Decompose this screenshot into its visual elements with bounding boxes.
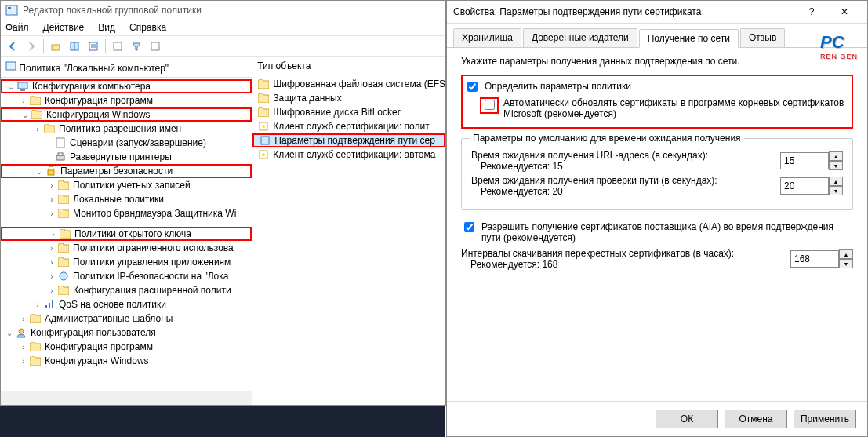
node-printers[interactable]: Развернутые принтеры (1, 150, 252, 164)
menu-view[interactable]: Вид (98, 22, 115, 33)
toolbar-properties[interactable] (85, 38, 102, 55)
node-windows-config[interactable]: ⌄ Конфигурация Windows (1, 107, 252, 122)
cross-interval-input[interactable] (790, 250, 839, 268)
list-item[interactable]: Шифрование диска BitLocker (252, 105, 445, 119)
expander-icon[interactable]: › (18, 343, 29, 351)
tab-revocation[interactable]: Отзыв (740, 28, 785, 47)
expander-icon[interactable]: › (46, 286, 57, 295)
allow-aia-checkbox-row[interactable]: Разрешить получение сертификатов поставщ… (461, 221, 853, 243)
expander-icon[interactable]: › (46, 258, 57, 267)
description-text: Укажите параметры получения данных подтв… (461, 56, 853, 67)
spin-up-icon[interactable]: ▲ (829, 151, 843, 161)
expander-icon[interactable]: ⌄ (20, 111, 31, 119)
tab-stores[interactable]: Хранилища (453, 28, 521, 47)
node-admin-templates[interactable]: › Административные шаблоны (1, 311, 252, 326)
node-label: Конфигурация пользователя (31, 327, 156, 338)
path-timeout-input[interactable] (780, 177, 829, 195)
node-scripts[interactable]: Сценарии (запуск/завершение) (1, 136, 252, 150)
menu-action[interactable]: Действие (43, 22, 85, 33)
toolbar-forward[interactable] (23, 38, 40, 55)
node-account-policies[interactable]: › Политики учетных записей (1, 178, 252, 192)
expander-icon[interactable]: › (46, 181, 57, 190)
ok-button[interactable]: ОК (656, 410, 718, 428)
folder-icon (31, 108, 43, 121)
spin-down-icon[interactable]: ▼ (829, 186, 843, 195)
expander-icon[interactable]: ⌄ (4, 329, 15, 337)
svg-rect-0 (6, 5, 17, 15)
spin-up-icon[interactable]: ▲ (829, 177, 843, 186)
folder-icon (43, 122, 56, 135)
toolbar-refresh[interactable] (109, 38, 126, 55)
node-label: Административные шаблоны (45, 313, 173, 324)
define-policy-checkbox-row[interactable]: Определить параметры политики (464, 81, 850, 94)
horizontal-scrollbar[interactable] (1, 391, 252, 405)
tab-network[interactable]: Получение по сети (639, 29, 739, 48)
expander-icon[interactable]: › (46, 272, 57, 281)
apply-button[interactable]: Применить (794, 410, 856, 428)
node-label: Политики открытого ключа (74, 228, 191, 239)
spin-down-icon[interactable]: ▼ (829, 161, 843, 170)
expander-icon[interactable]: › (46, 209, 57, 218)
node-user-config[interactable]: ⌄ Конфигурация пользователя (1, 326, 252, 340)
spin-down-icon[interactable]: ▼ (839, 259, 853, 268)
expander-icon[interactable]: › (32, 125, 43, 133)
node-local-policies[interactable]: › Локальные политики (1, 192, 252, 206)
list-item[interactable]: Клиент служб сертификации: автома (252, 147, 445, 162)
expander-icon[interactable]: › (48, 230, 59, 239)
node-label: Конфигурация компьютера (32, 81, 151, 92)
url-timeout-input[interactable] (780, 152, 829, 169)
list-column-header[interactable]: Тип объекта (252, 57, 445, 75)
tree[interactable]: ⌄ Конфигурация компьютера › Конфигурация… (1, 78, 252, 391)
node-label: Конфигурация программ (45, 95, 153, 106)
list-item[interactable]: Защита данных (252, 91, 445, 105)
toolbar-up[interactable] (47, 38, 64, 55)
expander-icon[interactable]: › (18, 97, 29, 105)
menu-file[interactable]: Файл (5, 22, 29, 33)
node-label: Политики ограниченного использова (73, 242, 234, 253)
node-qos[interactable]: › QoS на основе политики (1, 297, 252, 311)
expander-icon[interactable]: › (32, 300, 43, 309)
allow-aia-checkbox[interactable] (464, 222, 474, 232)
url-timeout-spinner[interactable]: ▲▼ (780, 151, 843, 170)
folder-icon (257, 106, 270, 118)
node-name-res[interactable]: › Политика разрешения имен (1, 122, 252, 136)
list-item[interactable]: Шифрованная файловая система (EFS (252, 77, 445, 91)
node-pk-policies[interactable]: › Политики открытого ключа (1, 227, 252, 241)
node-ipsec[interactable]: › Политики IP-безопасности на "Лока (1, 269, 252, 283)
node-software-restrict[interactable]: › Политики ограниченного использова (1, 241, 252, 255)
node-computer-config[interactable]: ⌄ Конфигурация компьютера (1, 79, 252, 93)
expander-icon[interactable]: › (18, 315, 29, 323)
toolbar-filter[interactable] (128, 38, 145, 55)
auto-update-checkbox[interactable] (485, 100, 495, 110)
toolbar-show-hide[interactable] (66, 38, 83, 55)
cross-interval-spinner[interactable]: ▲▼ (790, 249, 853, 268)
node-security-settings[interactable]: ⌄ Параметры безопасности (1, 164, 252, 178)
node-software-config[interactable]: › Конфигурация программ (1, 93, 252, 107)
expander-icon[interactable]: › (46, 244, 57, 253)
list[interactable]: Шифрованная файловая система (EFS Защита… (252, 75, 445, 405)
list-item-label: Параметры подтверждения пути сер (274, 135, 435, 146)
expander-icon[interactable]: › (18, 357, 29, 366)
close-button[interactable]: ✕ (828, 1, 861, 23)
node-app-control[interactable]: › Политики управления приложениям (1, 255, 252, 269)
path-timeout-spinner[interactable]: ▲▼ (780, 177, 843, 195)
auto-update-checkbox-row[interactable]: Автоматически обновлять сертификаты в пр… (480, 97, 850, 119)
expander-icon[interactable]: › (46, 195, 57, 204)
define-policy-checkbox[interactable] (467, 82, 478, 92)
expander-icon[interactable]: ⌄ (5, 82, 16, 91)
help-button[interactable]: ? (795, 1, 828, 23)
cancel-button[interactable]: Отмена (725, 410, 787, 428)
menu-help[interactable]: Справка (129, 22, 166, 33)
node-defender-fw[interactable]: › Монитор брандмауэра Защитника Wi (1, 206, 252, 220)
toolbar-help[interactable] (147, 38, 164, 55)
spin-up-icon[interactable]: ▲ (839, 249, 853, 259)
toolbar-back[interactable] (4, 38, 21, 55)
node-user-software[interactable]: › Конфигурация программ (1, 340, 252, 354)
tab-trusted[interactable]: Доверенные издатели (523, 28, 637, 47)
expander-icon[interactable]: ⌄ (34, 167, 45, 176)
node-user-windows[interactable]: › Конфигурация Windows (1, 354, 252, 368)
list-item[interactable]: Клиент служб сертификации: полит (252, 119, 445, 133)
taskbar[interactable] (0, 406, 445, 437)
list-item-selected[interactable]: Параметры подтверждения пути сер (252, 133, 445, 147)
node-ext-audit[interactable]: › Конфигурация расширенной полити (1, 283, 252, 297)
